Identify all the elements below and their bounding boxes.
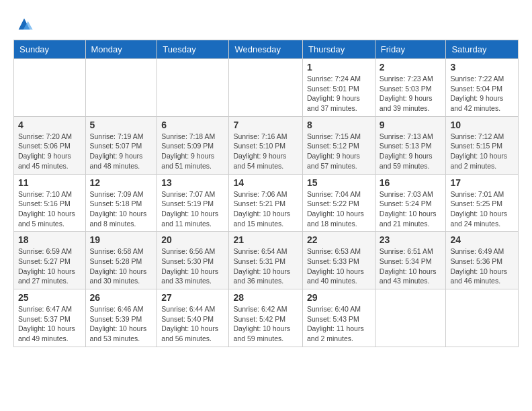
day-cell bbox=[157, 59, 229, 117]
day-cell: 6Sunrise: 7:18 AMSunset: 5:09 PMDaylight… bbox=[157, 116, 229, 174]
day-number: 16 bbox=[380, 177, 442, 188]
day-cell: 17Sunrise: 7:01 AMSunset: 5:25 PMDayligh… bbox=[446, 174, 519, 232]
day-number: 8 bbox=[307, 120, 371, 130]
week-row-1: 1Sunrise: 7:24 AMSunset: 5:01 PMDaylight… bbox=[14, 59, 519, 117]
day-number: 5 bbox=[90, 120, 153, 130]
day-detail: Sunrise: 7:20 AMSunset: 5:06 PMDaylight:… bbox=[18, 132, 81, 171]
logo bbox=[13, 17, 34, 33]
header bbox=[13, 13, 519, 33]
day-number: 13 bbox=[161, 177, 224, 188]
day-number: 10 bbox=[450, 120, 514, 130]
day-cell bbox=[229, 59, 303, 117]
day-cell: 15Sunrise: 7:04 AMSunset: 5:22 PMDayligh… bbox=[303, 174, 375, 232]
day-number: 26 bbox=[90, 292, 153, 303]
day-detail: Sunrise: 7:18 AMSunset: 5:09 PMDaylight:… bbox=[161, 132, 224, 171]
logo-icon bbox=[15, 14, 34, 33]
day-number: 22 bbox=[307, 234, 371, 245]
day-cell: 20Sunrise: 6:56 AMSunset: 5:30 PMDayligh… bbox=[157, 232, 229, 289]
day-number: 4 bbox=[18, 120, 81, 130]
weekday-header-monday: Monday bbox=[85, 40, 157, 59]
day-number: 1 bbox=[307, 62, 371, 73]
day-cell: 29Sunrise: 6:40 AMSunset: 5:43 PMDayligh… bbox=[303, 289, 375, 347]
day-cell bbox=[85, 59, 157, 117]
weekday-header-wednesday: Wednesday bbox=[229, 40, 303, 59]
day-detail: Sunrise: 6:58 AMSunset: 5:28 PMDaylight:… bbox=[90, 246, 153, 286]
day-number: 21 bbox=[233, 234, 298, 245]
day-detail: Sunrise: 6:46 AMSunset: 5:39 PMDaylight:… bbox=[90, 304, 153, 344]
day-number: 19 bbox=[90, 234, 153, 245]
day-number: 15 bbox=[307, 177, 371, 188]
day-detail: Sunrise: 6:51 AMSunset: 5:34 PMDaylight:… bbox=[380, 246, 442, 286]
day-detail: Sunrise: 7:24 AMSunset: 5:01 PMDaylight:… bbox=[307, 74, 371, 113]
day-number: 2 bbox=[380, 62, 442, 73]
weekday-header-sunday: Sunday bbox=[14, 40, 86, 59]
day-number: 7 bbox=[233, 120, 298, 130]
day-detail: Sunrise: 6:59 AMSunset: 5:27 PMDaylight:… bbox=[18, 246, 81, 286]
week-row-4: 18Sunrise: 6:59 AMSunset: 5:27 PMDayligh… bbox=[14, 232, 519, 289]
day-detail: Sunrise: 7:09 AMSunset: 5:18 PMDaylight:… bbox=[90, 189, 153, 229]
day-cell: 9Sunrise: 7:13 AMSunset: 5:13 PMDaylight… bbox=[375, 116, 446, 174]
day-cell: 28Sunrise: 6:42 AMSunset: 5:42 PMDayligh… bbox=[229, 289, 303, 347]
day-detail: Sunrise: 7:07 AMSunset: 5:19 PMDaylight:… bbox=[161, 189, 224, 229]
day-cell: 7Sunrise: 7:16 AMSunset: 5:10 PMDaylight… bbox=[229, 116, 303, 174]
day-number: 12 bbox=[90, 177, 153, 188]
day-cell: 5Sunrise: 7:19 AMSunset: 5:07 PMDaylight… bbox=[85, 116, 157, 174]
day-cell: 14Sunrise: 7:06 AMSunset: 5:21 PMDayligh… bbox=[229, 174, 303, 232]
day-number: 9 bbox=[380, 120, 442, 130]
week-row-2: 4Sunrise: 7:20 AMSunset: 5:06 PMDaylight… bbox=[14, 116, 519, 174]
day-detail: Sunrise: 7:16 AMSunset: 5:10 PMDaylight:… bbox=[233, 132, 298, 171]
day-cell: 8Sunrise: 7:15 AMSunset: 5:12 PMDaylight… bbox=[303, 116, 375, 174]
day-cell: 22Sunrise: 6:53 AMSunset: 5:33 PMDayligh… bbox=[303, 232, 375, 289]
day-number: 24 bbox=[450, 234, 514, 245]
day-cell bbox=[446, 289, 519, 347]
day-detail: Sunrise: 6:47 AMSunset: 5:37 PMDaylight:… bbox=[18, 304, 81, 344]
day-detail: Sunrise: 7:22 AMSunset: 5:04 PMDaylight:… bbox=[450, 74, 514, 113]
day-number: 27 bbox=[161, 292, 224, 303]
weekday-header-friday: Friday bbox=[375, 40, 446, 59]
day-number: 20 bbox=[161, 234, 224, 245]
day-number: 14 bbox=[233, 177, 298, 188]
day-number: 17 bbox=[450, 177, 514, 188]
day-cell bbox=[375, 289, 446, 347]
day-number: 3 bbox=[450, 62, 514, 73]
day-number: 29 bbox=[307, 292, 371, 303]
weekday-header-tuesday: Tuesday bbox=[157, 40, 229, 59]
day-cell: 18Sunrise: 6:59 AMSunset: 5:27 PMDayligh… bbox=[14, 232, 86, 289]
day-number: 11 bbox=[18, 177, 81, 188]
day-cell: 4Sunrise: 7:20 AMSunset: 5:06 PMDaylight… bbox=[14, 116, 86, 174]
weekday-header-saturday: Saturday bbox=[446, 40, 519, 59]
day-number: 6 bbox=[161, 120, 224, 130]
weekday-header-row: SundayMondayTuesdayWednesdayThursdayFrid… bbox=[14, 40, 519, 59]
day-detail: Sunrise: 6:44 AMSunset: 5:40 PMDaylight:… bbox=[161, 304, 224, 344]
week-row-3: 11Sunrise: 7:10 AMSunset: 5:16 PMDayligh… bbox=[14, 174, 519, 232]
day-detail: Sunrise: 6:54 AMSunset: 5:31 PMDaylight:… bbox=[233, 246, 298, 286]
day-detail: Sunrise: 7:04 AMSunset: 5:22 PMDaylight:… bbox=[307, 189, 371, 229]
day-number: 18 bbox=[18, 234, 81, 245]
week-row-5: 25Sunrise: 6:47 AMSunset: 5:37 PMDayligh… bbox=[14, 289, 519, 347]
day-detail: Sunrise: 7:03 AMSunset: 5:24 PMDaylight:… bbox=[380, 189, 442, 229]
day-cell: 26Sunrise: 6:46 AMSunset: 5:39 PMDayligh… bbox=[85, 289, 157, 347]
day-detail: Sunrise: 7:13 AMSunset: 5:13 PMDaylight:… bbox=[380, 132, 442, 171]
day-detail: Sunrise: 7:12 AMSunset: 5:15 PMDaylight:… bbox=[450, 132, 514, 171]
weekday-header-thursday: Thursday bbox=[303, 40, 375, 59]
day-number: 25 bbox=[18, 292, 81, 303]
day-cell: 11Sunrise: 7:10 AMSunset: 5:16 PMDayligh… bbox=[14, 174, 86, 232]
day-cell: 21Sunrise: 6:54 AMSunset: 5:31 PMDayligh… bbox=[229, 232, 303, 289]
day-detail: Sunrise: 6:56 AMSunset: 5:30 PMDaylight:… bbox=[161, 246, 224, 286]
day-detail: Sunrise: 7:10 AMSunset: 5:16 PMDaylight:… bbox=[18, 189, 81, 229]
day-cell: 1Sunrise: 7:24 AMSunset: 5:01 PMDaylight… bbox=[303, 59, 375, 117]
day-cell: 16Sunrise: 7:03 AMSunset: 5:24 PMDayligh… bbox=[375, 174, 446, 232]
day-cell: 27Sunrise: 6:44 AMSunset: 5:40 PMDayligh… bbox=[157, 289, 229, 347]
day-cell: 25Sunrise: 6:47 AMSunset: 5:37 PMDayligh… bbox=[14, 289, 86, 347]
day-detail: Sunrise: 7:01 AMSunset: 5:25 PMDaylight:… bbox=[450, 189, 514, 229]
day-detail: Sunrise: 7:23 AMSunset: 5:03 PMDaylight:… bbox=[380, 74, 442, 113]
day-cell: 12Sunrise: 7:09 AMSunset: 5:18 PMDayligh… bbox=[85, 174, 157, 232]
day-detail: Sunrise: 6:53 AMSunset: 5:33 PMDaylight:… bbox=[307, 246, 371, 286]
day-cell: 13Sunrise: 7:07 AMSunset: 5:19 PMDayligh… bbox=[157, 174, 229, 232]
day-cell: 24Sunrise: 6:49 AMSunset: 5:36 PMDayligh… bbox=[446, 232, 519, 289]
day-number: 28 bbox=[233, 292, 298, 303]
day-detail: Sunrise: 6:49 AMSunset: 5:36 PMDaylight:… bbox=[450, 246, 514, 286]
day-detail: Sunrise: 7:19 AMSunset: 5:07 PMDaylight:… bbox=[90, 132, 153, 171]
day-cell: 3Sunrise: 7:22 AMSunset: 5:04 PMDaylight… bbox=[446, 59, 519, 117]
calendar-table: SundayMondayTuesdayWednesdayThursdayFrid… bbox=[13, 40, 519, 347]
